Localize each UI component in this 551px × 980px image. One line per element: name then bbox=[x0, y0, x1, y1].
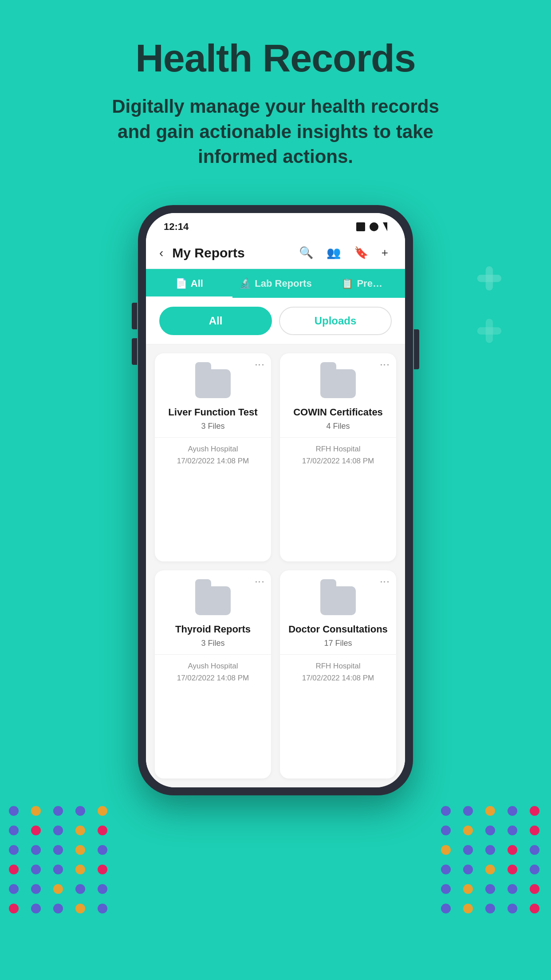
folder-meta: Ayush Hospital 17/02/2022 14:08 PM bbox=[162, 438, 264, 467]
filter-uploads-button[interactable]: Uploads bbox=[279, 307, 392, 335]
svg-rect-3 bbox=[477, 327, 502, 334]
folder-files: 3 Files bbox=[162, 422, 264, 431]
tab-all[interactable]: 📄 All bbox=[146, 269, 232, 298]
folder-files: 3 Files bbox=[162, 639, 264, 648]
folder-icon-wrap bbox=[162, 577, 264, 620]
folder-menu-icon[interactable]: ⋮ bbox=[379, 360, 390, 371]
filter-uploads-label: Uploads bbox=[315, 315, 357, 327]
page-title: Health Records bbox=[135, 36, 416, 81]
folder-name: Liver Function Test bbox=[162, 406, 264, 419]
folder-hospital: RFH Hospital bbox=[315, 662, 360, 670]
tab-pre-label: Pre… bbox=[357, 278, 382, 289]
folder-meta: RFH Hospital 17/02/2022 14:08 PM bbox=[287, 655, 389, 684]
folder-name: Thyroid Reports bbox=[162, 623, 264, 636]
signal-icon bbox=[356, 222, 365, 231]
folder-icon bbox=[195, 369, 231, 398]
search-icon[interactable]: 🔍 bbox=[295, 244, 317, 261]
folder-icon-wrap bbox=[162, 360, 264, 403]
tab-lab-icon: 🔬 bbox=[239, 278, 251, 289]
tab-all-label: All bbox=[191, 278, 203, 289]
folder-hospital: Ayush Hospital bbox=[188, 445, 238, 453]
folders-grid: ⋮ Liver Function Test 3 Files Ayush Hosp… bbox=[146, 344, 405, 787]
folder-menu-icon[interactable]: ⋮ bbox=[254, 577, 265, 588]
tab-all-icon: 📄 bbox=[175, 278, 187, 289]
status-icons bbox=[356, 222, 387, 231]
folder-card-doctor[interactable]: ⋮ Doctor Consultations 17 Files RFH Hosp… bbox=[280, 570, 396, 778]
svg-rect-1 bbox=[477, 275, 502, 282]
cross-decoration bbox=[471, 266, 524, 357]
folder-menu-icon[interactable]: ⋮ bbox=[254, 360, 265, 371]
tab-lab-reports[interactable]: 🔬 Lab Reports bbox=[232, 269, 319, 298]
tab-bar: 📄 All 🔬 Lab Reports 📋 Pre… bbox=[146, 269, 405, 298]
folder-hospital: RFH Hospital bbox=[315, 445, 360, 453]
status-bar: 12:14 bbox=[146, 213, 405, 237]
dots-right-decoration bbox=[441, 806, 542, 913]
filter-all-label: All bbox=[209, 315, 223, 327]
folder-card-cowin[interactable]: ⋮ COWIN Certificates 4 Files RFH Hospita… bbox=[280, 353, 396, 561]
add-button[interactable]: + bbox=[378, 244, 392, 261]
nav-title: My Reports bbox=[172, 245, 289, 261]
folder-meta: Ayush Hospital 17/02/2022 14:08 PM bbox=[162, 655, 264, 684]
filter-all-button[interactable]: All bbox=[159, 307, 272, 335]
folder-files: 17 Files bbox=[287, 639, 389, 648]
tab-prescriptions[interactable]: 📋 Pre… bbox=[319, 269, 405, 298]
page-subtitle: Digitally manage your health records and… bbox=[94, 94, 457, 170]
phone-screen: 12:14 ‹ My Reports 🔍 👥 🔖 + 📄 bbox=[146, 213, 405, 787]
folder-icon-wrap bbox=[287, 360, 389, 403]
back-button[interactable]: ‹ bbox=[159, 246, 163, 260]
tab-pre-icon: 📋 bbox=[341, 278, 353, 289]
folder-icon bbox=[320, 586, 356, 615]
bookmark-icon[interactable]: 🔖 bbox=[350, 244, 372, 261]
dots-left-decoration bbox=[9, 806, 110, 913]
battery-icon bbox=[383, 222, 387, 231]
people-icon[interactable]: 👥 bbox=[323, 244, 344, 261]
folder-date: 17/02/2022 14:08 PM bbox=[177, 457, 249, 465]
folder-date: 17/02/2022 14:08 PM bbox=[302, 457, 374, 465]
folder-hospital: Ayush Hospital bbox=[188, 662, 238, 670]
folder-icon bbox=[320, 369, 356, 398]
phone-mockup: 12:14 ‹ My Reports 🔍 👥 🔖 + 📄 bbox=[138, 205, 413, 795]
phone-shell: 12:14 ‹ My Reports 🔍 👥 🔖 + 📄 bbox=[138, 205, 413, 795]
folder-card-thyroid[interactable]: ⋮ Thyroid Reports 3 Files Ayush Hospital… bbox=[155, 570, 271, 778]
folder-menu-icon[interactable]: ⋮ bbox=[379, 577, 390, 588]
wifi-icon bbox=[370, 222, 378, 231]
folder-files: 4 Files bbox=[287, 422, 389, 431]
folder-icon-wrap bbox=[287, 577, 389, 620]
folder-date: 17/02/2022 14:08 PM bbox=[302, 674, 374, 682]
folder-date: 17/02/2022 14:08 PM bbox=[177, 674, 249, 682]
nav-bar: ‹ My Reports 🔍 👥 🔖 + bbox=[146, 237, 405, 269]
folder-meta: RFH Hospital 17/02/2022 14:08 PM bbox=[287, 438, 389, 467]
folder-name: Doctor Consultations bbox=[287, 623, 389, 636]
filter-row: All Uploads bbox=[146, 298, 405, 344]
folder-icon bbox=[195, 586, 231, 615]
folder-card-liver[interactable]: ⋮ Liver Function Test 3 Files Ayush Hosp… bbox=[155, 353, 271, 561]
tab-lab-label: Lab Reports bbox=[255, 278, 311, 289]
status-time: 12:14 bbox=[164, 221, 189, 233]
folder-name: COWIN Certificates bbox=[287, 406, 389, 419]
